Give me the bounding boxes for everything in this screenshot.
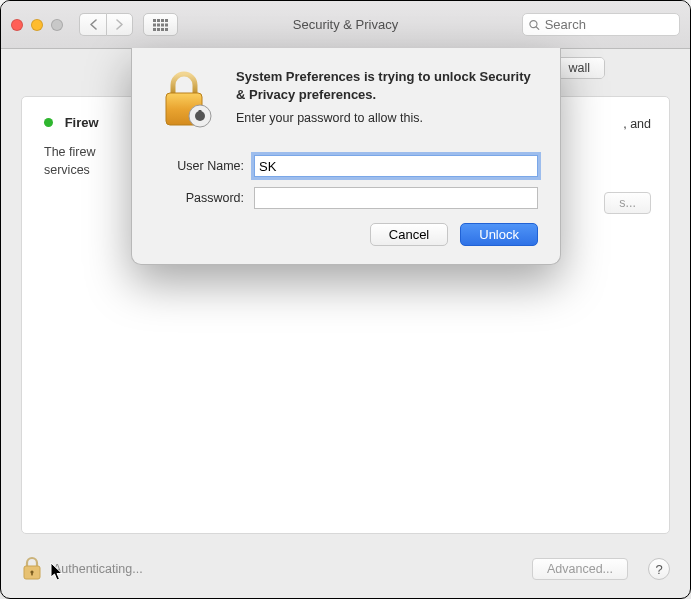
- window-controls: [11, 19, 63, 31]
- firewall-description-suffix: , and: [623, 117, 651, 131]
- forward-button[interactable]: [106, 13, 133, 36]
- search-icon: [529, 19, 540, 31]
- svg-line-13: [536, 26, 539, 29]
- svg-rect-10: [161, 28, 164, 31]
- back-button[interactable]: [79, 13, 106, 36]
- footer: Authenticating... Advanced... ?: [1, 540, 690, 598]
- show-all-button[interactable]: [143, 13, 178, 36]
- dialog-subheading: Enter your password to allow this.: [236, 111, 538, 125]
- svg-rect-4: [153, 23, 156, 26]
- svg-rect-11: [165, 28, 168, 31]
- titlebar: Security & Privacy: [1, 1, 690, 49]
- username-label: User Name:: [154, 159, 244, 173]
- auth-status-text: Authenticating...: [53, 562, 143, 576]
- svg-rect-20: [199, 110, 202, 115]
- chevron-left-icon: [89, 19, 98, 30]
- password-input[interactable]: [254, 187, 538, 209]
- svg-rect-16: [31, 572, 33, 575]
- help-icon: ?: [655, 562, 662, 577]
- svg-rect-9: [157, 28, 160, 31]
- svg-rect-8: [153, 28, 156, 31]
- close-window-button[interactable]: [11, 19, 23, 31]
- svg-rect-1: [157, 19, 160, 22]
- search-input[interactable]: [545, 17, 673, 32]
- dialog-heading: System Preferences is trying to unlock S…: [236, 68, 538, 103]
- unlock-button[interactable]: Unlock: [460, 223, 538, 246]
- firewall-description-line2: services: [44, 163, 90, 177]
- svg-rect-6: [161, 23, 164, 26]
- search-field[interactable]: [522, 13, 680, 36]
- password-label: Password:: [154, 191, 244, 205]
- svg-rect-7: [165, 23, 168, 26]
- svg-rect-0: [153, 19, 156, 22]
- nav-buttons: [79, 13, 133, 36]
- grid-icon: [153, 19, 169, 31]
- zoom-window-button[interactable]: [51, 19, 63, 31]
- status-dot-icon: [44, 118, 53, 127]
- username-input[interactable]: [254, 155, 538, 177]
- firewall-options-button[interactable]: s...: [604, 192, 651, 214]
- svg-rect-2: [161, 19, 164, 22]
- help-button[interactable]: ?: [648, 558, 670, 580]
- chevron-right-icon: [115, 19, 124, 30]
- auth-dialog: System Preferences is trying to unlock S…: [131, 48, 561, 265]
- auth-lock-icon: [154, 68, 218, 135]
- svg-rect-5: [157, 23, 160, 26]
- lock-icon[interactable]: [21, 555, 43, 584]
- tab-firewall-edge[interactable]: wall: [554, 58, 604, 78]
- firewall-status-title: Firew: [65, 115, 99, 130]
- preferences-window: Security & Privacy wall Firew The firew …: [0, 0, 691, 599]
- firewall-description-line1: The firew: [44, 145, 95, 159]
- svg-rect-3: [165, 19, 168, 22]
- auth-form: User Name: Password:: [154, 155, 538, 209]
- cancel-button[interactable]: Cancel: [370, 223, 448, 246]
- advanced-button[interactable]: Advanced...: [532, 558, 628, 580]
- minimize-window-button[interactable]: [31, 19, 43, 31]
